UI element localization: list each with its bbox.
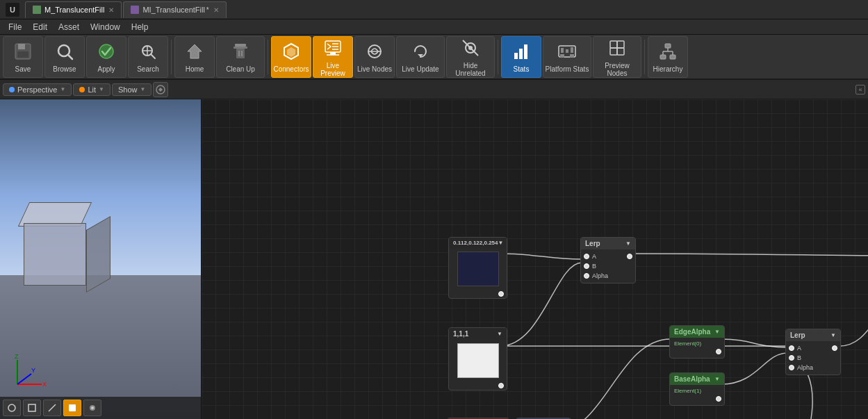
menu-file[interactable]: File [3,21,27,33]
search-icon [138,42,158,64]
liveupdate-label: Live Update [402,65,439,73]
view-bar: Perspective ▼ Lit ▼ Show ▼ « [0,80,868,99]
hideunrelated-button[interactable]: Hide Unrelated [446,36,495,78]
svg-rect-1 [18,44,25,49]
previewnodes-label: Preview Nodes [595,62,639,77]
platformstats-icon [557,42,577,64]
lerp2-title: Lerp [790,331,805,339]
color-node-arrow: ▼ [498,240,504,246]
white-node[interactable]: 1,1,1 ▼ [448,327,507,391]
platformstats-button[interactable]: Platform Stats [543,36,591,78]
lerp2-alpha-label: Alpha [797,364,813,371]
edgealpha-node[interactable]: EdgeAlpha ▼ Element(0) [669,325,725,359]
stats-icon [511,42,531,64]
cleanup-label: Clean Up [226,65,255,73]
platformstats-label: Platform Stats [546,65,589,73]
ue-logo: U [6,3,19,17]
color-node-output [449,290,507,298]
svg-marker-17 [287,47,295,57]
lerp2-pin-b: B [789,353,837,363]
tab-mi-translucentfill[interactable]: MI_TranslucentFill * ✕ [123,1,226,18]
basealpha-output-row [673,395,721,403]
lerp1-body: A B Alpha [581,249,635,283]
viewport-toolbar [0,397,201,419]
title-bar: U M_TranslucentFill ✕ MI_TranslucentFill… [0,0,868,19]
modified-indicator: * [206,6,209,14]
livenodes-label: Live Nodes [357,65,392,73]
vp-btn-3[interactable] [43,400,61,416]
svg-rect-35 [570,54,574,58]
svg-rect-40 [617,41,624,48]
connectors-button[interactable]: Connectors [271,36,311,78]
hierarchy-button[interactable]: Hierarchy [648,36,688,78]
svg-text:X: X [42,381,47,388]
vp-btn-5[interactable] [83,400,101,416]
lerp1-node[interactable]: Lerp ▼ A B Alpha [580,237,636,284]
lerp1-title: Lerp [585,240,600,247]
tab-close[interactable]: ✕ [108,6,114,14]
tab-close-2[interactable]: ✕ [213,6,219,14]
lerp2-header: Lerp ▼ [786,329,840,341]
svg-rect-45 [670,55,675,59]
browse-icon [55,42,74,64]
tab-m-translucentfill[interactable]: M_TranslucentFill ✕ [25,1,122,18]
lerp2-pin-alpha: Alpha [789,363,837,372]
realtime-button[interactable] [153,82,168,97]
livepreview-button[interactable]: Live Preview [313,36,353,78]
node-graph-panel: 0.112,0.122,0.254 ▼ Lerp ▼ [202,99,868,419]
perspective-label: Perspective [17,85,57,94]
hierarchy-icon [658,42,678,64]
vp-btn-4[interactable] [63,400,81,416]
svg-rect-36 [561,48,564,53]
save-button[interactable]: Save [3,36,43,78]
livenodes-icon [365,42,384,64]
lerp1-pin-alpha: Alpha [584,271,632,281]
cleanup-icon [231,42,250,64]
svg-rect-31 [519,49,523,59]
lerp1-header: Lerp ▼ [581,238,635,249]
browse-button[interactable]: Browse [44,36,85,78]
lerp1-a-label: A [592,253,596,260]
menu-asset[interactable]: Asset [53,21,85,33]
tab-label-2: MI_TranslucentFill [142,6,204,14]
color-node-body [449,248,507,290]
previewnodes-button[interactable]: Preview Nodes [593,36,641,78]
apply-button[interactable]: Apply [86,36,126,78]
edgealpha-header: EdgeAlpha ▼ [670,326,724,338]
minimize-button[interactable]: « [855,85,865,95]
lerp1-pin-a: A [584,252,632,261]
home-button[interactable]: Home [174,36,215,78]
color-node[interactable]: 0.112,0.122,0.254 ▼ [448,237,507,299]
menu-edit[interactable]: Edit [27,21,53,33]
edgealpha-output-pin [716,349,721,354]
lerp2-a-label: A [797,345,801,352]
show-button[interactable]: Show ▼ [112,83,152,96]
search-button[interactable]: Search [128,36,168,78]
cleanup-button[interactable]: Clean Up [216,36,265,78]
perspective-button[interactable]: Perspective ▼ [3,83,72,96]
white-output-pin [498,383,504,388]
white-node-output [449,381,507,390]
hideunrelated-label: Hide Unrelated [448,62,493,77]
svg-marker-10 [188,44,202,58]
node-graph[interactable]: 0.112,0.122,0.254 ▼ Lerp ▼ [202,99,868,419]
menu-help[interactable]: Help [126,21,154,33]
basealpha-node[interactable]: BaseAlpha ▼ Element(1) [669,372,725,406]
liveupdate-button[interactable]: Live Update [396,36,445,78]
stats-button[interactable]: Stats [501,36,541,78]
livepreview-label: Live Preview [315,62,351,77]
basealpha-output-pin [716,396,721,402]
white-node-body [449,340,507,381]
svg-rect-61 [69,404,76,411]
vp-btn-2[interactable] [23,400,41,416]
color-node-header: 0.112,0.122,0.254 ▼ [449,238,507,248]
vp-btn-1[interactable] [3,400,21,416]
lerp1-a-pin [584,254,589,259]
main-content: X Z Y [0,99,868,419]
lerp2-node[interactable]: Lerp ▼ A B Alpha [785,329,841,375]
menu-window[interactable]: Window [85,21,126,33]
toolbar: Save Browse Apply [0,35,868,80]
viewport[interactable]: X Z Y [0,99,201,419]
livenodes-button[interactable]: Live Nodes [354,36,395,78]
lit-button[interactable]: Lit ▼ [73,83,110,96]
